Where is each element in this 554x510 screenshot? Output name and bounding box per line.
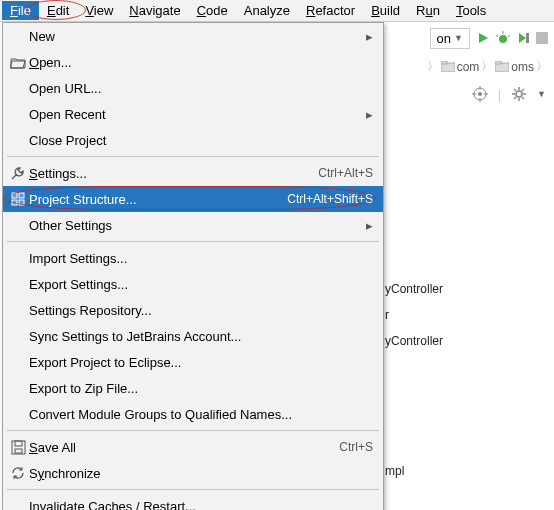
menu-item-save-all[interactable]: Save AllCtrl+S (3, 434, 383, 460)
menu-item-export-to-zip-file[interactable]: Export to Zip File... (3, 375, 383, 401)
breadcrumb: 〉 com 〉 oms 〉 (427, 58, 548, 75)
menu-item-label: Settings... (29, 166, 318, 181)
menu-item-export-project-to-eclipse[interactable]: Export Project to Eclipse... (3, 349, 383, 375)
menubar-item-build[interactable]: Build (363, 1, 408, 20)
submenu-arrow-icon: ▸ (366, 218, 373, 233)
svg-rect-30 (15, 441, 22, 446)
wrench-icon (7, 165, 29, 181)
menu-item-invalidate-caches-restart[interactable]: Invalidate Caches / Restart... (3, 493, 383, 510)
menu-item-open-recent[interactable]: Open Recent▸ (3, 101, 383, 127)
svg-rect-9 (495, 61, 501, 64)
menu-item-label: Open URL... (29, 81, 373, 96)
menubar-item-navigate[interactable]: Navigate (121, 1, 188, 20)
menu-item-sync-settings-to-jetbrains-account[interactable]: Sync Settings to JetBrains Account... (3, 323, 383, 349)
bc-item[interactable]: oms (511, 60, 534, 74)
svg-line-2 (496, 35, 498, 37)
stop-icon[interactable] (536, 32, 548, 44)
svg-rect-25 (12, 193, 17, 198)
menu-item-label: Invalidate Caches / Restart... (29, 499, 373, 511)
chevron-down-icon: ▼ (454, 33, 463, 43)
menubar-item-refactor[interactable]: Refactor (298, 1, 363, 20)
run-config-label: on (437, 31, 451, 46)
menubar-item-analyze[interactable]: Analyze (236, 1, 298, 20)
menu-item-label: Convert Module Groups to Qualified Names… (29, 407, 373, 422)
folder-icon (441, 61, 455, 72)
svg-line-24 (522, 89, 524, 91)
menubar-item-code[interactable]: Code (189, 1, 236, 20)
menu-item-open[interactable]: Open... (3, 49, 383, 75)
menu-item-label: Export Project to Eclipse... (29, 355, 373, 370)
menu-item-close-project[interactable]: Close Project (3, 127, 383, 153)
sync-icon (7, 465, 29, 481)
run-icon[interactable] (476, 31, 490, 45)
file-menu-dropdown: New▸Open...Open URL...Open Recent▸Close … (2, 22, 384, 510)
menu-item-label: Project Structure... (29, 192, 287, 207)
menu-item-label: Open... (29, 55, 373, 70)
gear-icon[interactable] (511, 86, 527, 102)
menu-shortcut: Ctrl+Alt+Shift+S (287, 192, 373, 206)
menu-item-label: Synchronize (29, 466, 373, 481)
menu-shortcut: Ctrl+S (339, 440, 373, 454)
menu-item-label: Open Recent (29, 107, 366, 122)
menu-separator (7, 241, 379, 242)
menu-item-label: Other Settings (29, 218, 366, 233)
svg-rect-26 (19, 193, 24, 198)
menu-item-open-url[interactable]: Open URL... (3, 75, 383, 101)
svg-rect-7 (441, 61, 447, 64)
chevron-right-icon: 〉 (481, 58, 493, 75)
menu-shortcut: Ctrl+Alt+S (318, 166, 373, 180)
svg-rect-29 (12, 441, 25, 454)
menu-item-label: Settings Repository... (29, 303, 373, 318)
coverage-icon[interactable] (516, 31, 530, 45)
chevron-right-icon: 〉 (536, 58, 548, 75)
menu-item-other-settings[interactable]: Other Settings▸ (3, 212, 383, 238)
menu-item-label: New (29, 29, 366, 44)
run-config-dropdown[interactable]: on ▼ (430, 28, 470, 49)
svg-line-22 (522, 97, 524, 99)
menu-item-export-settings[interactable]: Export Settings... (3, 271, 383, 297)
debug-icon[interactable] (496, 31, 510, 45)
menu-item-settings-repository[interactable]: Settings Repository... (3, 297, 383, 323)
menu-item-synchronize[interactable]: Synchronize (3, 460, 383, 486)
menubar-item-run[interactable]: Run (408, 1, 448, 20)
svg-point-16 (516, 91, 522, 97)
menu-item-settings[interactable]: Settings...Ctrl+Alt+S (3, 160, 383, 186)
menubar-item-view[interactable]: View (77, 1, 121, 20)
bc-item[interactable]: com (457, 60, 480, 74)
background-text: yController r yController (385, 276, 443, 354)
menu-item-label: Save All (29, 440, 339, 455)
folder-open-icon (7, 56, 29, 69)
svg-rect-27 (12, 200, 17, 205)
folder-icon (495, 61, 509, 72)
menu-item-convert-module-groups-to-qualified-names[interactable]: Convert Module Groups to Qualified Names… (3, 401, 383, 427)
menu-item-project-structure[interactable]: Project Structure...Ctrl+Alt+Shift+S (3, 186, 383, 212)
menu-separator (7, 489, 379, 490)
chevron-right-icon: 〉 (427, 58, 439, 75)
menu-item-new[interactable]: New▸ (3, 23, 383, 49)
svg-rect-4 (526, 33, 529, 43)
modules-icon (7, 191, 29, 207)
menu-item-label: Sync Settings to JetBrains Account... (29, 329, 373, 344)
svg-rect-5 (536, 32, 548, 44)
menubar-item-file[interactable]: File (2, 1, 39, 20)
svg-line-23 (514, 97, 516, 99)
svg-rect-28 (19, 200, 24, 205)
target-icon[interactable] (472, 86, 488, 102)
chevron-down-icon[interactable]: ▼ (537, 89, 546, 99)
svg-line-3 (508, 35, 510, 37)
menubar-item-tools[interactable]: Tools (448, 1, 494, 20)
submenu-arrow-icon: ▸ (366, 29, 373, 44)
svg-point-0 (499, 35, 507, 43)
menubar-item-edit[interactable]: Edit (39, 1, 77, 20)
svg-line-21 (514, 89, 516, 91)
save-icon (7, 440, 29, 455)
background-text-bottom: mpl (385, 464, 404, 478)
editor-toolbar: | ▼ (472, 86, 546, 102)
menu-separator (7, 156, 379, 157)
menu-item-import-settings[interactable]: Import Settings... (3, 245, 383, 271)
svg-rect-31 (15, 449, 22, 453)
toolbar: on ▼ (430, 24, 548, 52)
submenu-arrow-icon: ▸ (366, 107, 373, 122)
menubar: FileEditViewNavigateCodeAnalyzeRefactorB… (0, 0, 554, 22)
menu-item-label: Import Settings... (29, 251, 373, 266)
